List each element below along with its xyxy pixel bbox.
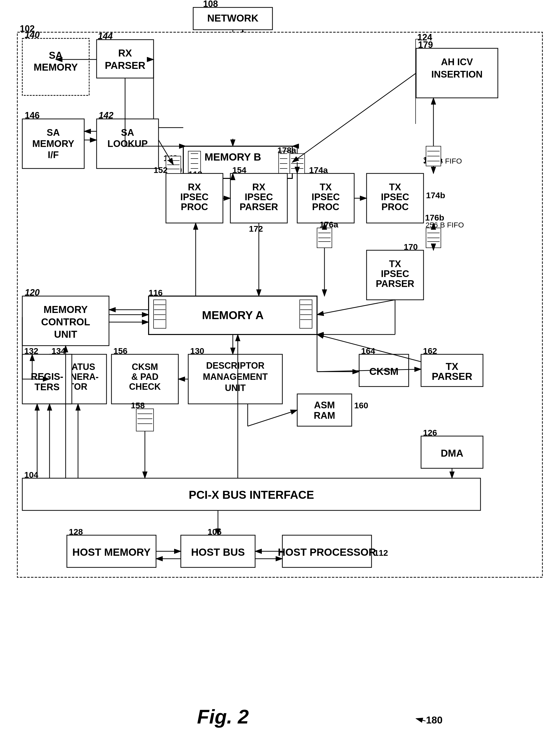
svg-text:SA: SA bbox=[47, 127, 60, 138]
svg-text:172: 172 bbox=[249, 224, 263, 233]
svg-text:SA: SA bbox=[121, 127, 134, 138]
svg-text:MEMORY B: MEMORY B bbox=[205, 151, 261, 163]
svg-text:MEMORY: MEMORY bbox=[34, 62, 78, 73]
svg-text:180: 180 bbox=[426, 715, 443, 726]
svg-rect-38 bbox=[97, 40, 154, 78]
svg-text:PARSER: PARSER bbox=[105, 60, 145, 71]
svg-text:178a: 178a bbox=[277, 145, 297, 155]
svg-text:126: 126 bbox=[423, 428, 437, 437]
svg-text:MEMORY: MEMORY bbox=[32, 138, 74, 149]
svg-text:116: 116 bbox=[148, 288, 163, 297]
svg-text:112: 112 bbox=[374, 548, 388, 557]
svg-text:MEMORY A: MEMORY A bbox=[202, 309, 264, 322]
svg-text:INSERTION: INSERTION bbox=[432, 69, 483, 80]
svg-text:146: 146 bbox=[25, 110, 40, 120]
svg-text:154: 154 bbox=[232, 165, 246, 175]
patent-diagram: NETWORK 108 TRANSCEIVER 111 GMII 110 MAC… bbox=[0, 0, 560, 750]
svg-text:ASM: ASM bbox=[314, 400, 335, 410]
svg-text:174b: 174b bbox=[426, 191, 445, 200]
svg-text:IPSEC: IPSEC bbox=[180, 192, 208, 202]
svg-text:TX: TX bbox=[389, 182, 401, 192]
svg-text:128: 128 bbox=[69, 527, 83, 536]
svg-text:CKSM: CKSM bbox=[369, 366, 399, 377]
svg-text:SA: SA bbox=[49, 50, 63, 61]
svg-text:HOST BUS: HOST BUS bbox=[191, 546, 245, 558]
svg-text:DMA: DMA bbox=[441, 448, 463, 459]
svg-text:162: 162 bbox=[423, 346, 437, 356]
svg-text:LOOKUP: LOOKUP bbox=[107, 138, 148, 149]
svg-text:MANAGEMENT: MANAGEMENT bbox=[203, 372, 268, 382]
svg-text:140: 140 bbox=[25, 30, 40, 40]
svg-text:UNIT: UNIT bbox=[225, 383, 246, 393]
svg-text:PROC: PROC bbox=[181, 202, 208, 212]
page: NETWORK 108 TRANSCEIVER 111 GMII 110 MAC… bbox=[0, 0, 560, 750]
svg-text:HOST PROCESSOR: HOST PROCESSOR bbox=[278, 546, 376, 558]
svg-text:PROC: PROC bbox=[312, 202, 339, 212]
svg-text:142: 142 bbox=[99, 110, 114, 120]
svg-text:RX: RX bbox=[118, 47, 132, 58]
svg-text:CONTROL: CONTROL bbox=[41, 316, 90, 327]
svg-text:MEMORY: MEMORY bbox=[44, 304, 88, 315]
svg-text:124: 124 bbox=[417, 32, 432, 42]
svg-text:174a: 174a bbox=[309, 165, 328, 175]
svg-text:PARSER: PARSER bbox=[376, 278, 414, 289]
svg-text:IPSEC: IPSEC bbox=[381, 192, 409, 202]
svg-text:RAM: RAM bbox=[314, 410, 335, 421]
svg-text:170: 170 bbox=[404, 242, 418, 252]
svg-text:TX: TX bbox=[389, 259, 401, 269]
svg-text:PARSER: PARSER bbox=[432, 371, 472, 382]
svg-text:144: 144 bbox=[98, 31, 113, 41]
svg-text:130: 130 bbox=[190, 346, 204, 356]
svg-text:TX: TX bbox=[320, 182, 332, 192]
svg-text:104: 104 bbox=[24, 470, 38, 479]
svg-text:176a: 176a bbox=[320, 220, 339, 229]
svg-text:TX: TX bbox=[445, 361, 458, 372]
svg-text:176b: 176b bbox=[425, 213, 444, 222]
svg-text:DESCRIPTOR: DESCRIPTOR bbox=[206, 360, 264, 371]
svg-text:HOST MEMORY: HOST MEMORY bbox=[72, 546, 151, 558]
svg-text:REGIS-: REGIS- bbox=[31, 371, 63, 382]
svg-text:IPSEC: IPSEC bbox=[245, 192, 273, 202]
svg-text:CKSM: CKSM bbox=[132, 362, 158, 372]
svg-text:PROC: PROC bbox=[381, 202, 409, 212]
svg-text:UNIT: UNIT bbox=[54, 329, 77, 340]
svg-text:120: 120 bbox=[25, 288, 40, 298]
svg-text:Fig. 2: Fig. 2 bbox=[197, 706, 249, 728]
svg-text:RX: RX bbox=[253, 182, 265, 192]
svg-text:IPSEC: IPSEC bbox=[381, 269, 409, 279]
svg-text:108: 108 bbox=[203, 0, 218, 9]
svg-text:156: 156 bbox=[114, 346, 127, 356]
svg-text:CHECK: CHECK bbox=[129, 381, 161, 392]
svg-text:IPSEC: IPSEC bbox=[312, 192, 340, 202]
svg-rect-190 bbox=[136, 409, 154, 431]
svg-text:160: 160 bbox=[354, 401, 368, 410]
svg-text:PARSER: PARSER bbox=[240, 202, 278, 212]
svg-text:TERS: TERS bbox=[35, 382, 59, 392]
svg-text:PCI-X BUS INTERFACE: PCI-X BUS INTERFACE bbox=[189, 488, 314, 501]
svg-text:RX: RX bbox=[188, 182, 201, 192]
svg-text:132: 132 bbox=[24, 346, 38, 356]
svg-text:AH ICV: AH ICV bbox=[441, 57, 473, 67]
svg-text:106: 106 bbox=[207, 527, 222, 536]
svg-text:158: 158 bbox=[131, 401, 145, 410]
svg-text:NETWORK: NETWORK bbox=[207, 13, 259, 23]
svg-text:& PAD: & PAD bbox=[131, 372, 158, 382]
svg-text:I/F: I/F bbox=[48, 150, 59, 160]
svg-text:152: 152 bbox=[154, 165, 168, 175]
